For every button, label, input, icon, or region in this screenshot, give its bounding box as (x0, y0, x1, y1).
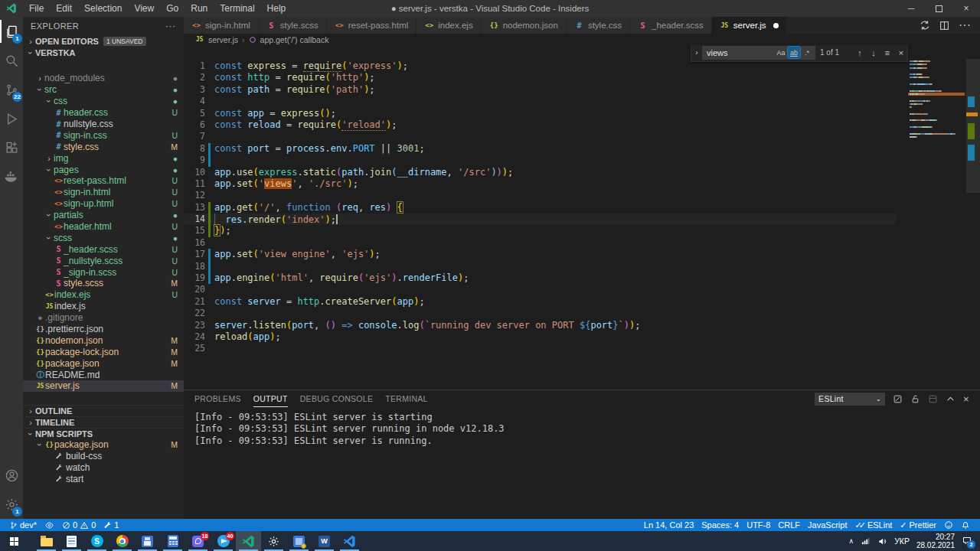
npm-script-build-css[interactable]: build-css (23, 451, 184, 462)
clear-output-icon[interactable] (893, 394, 903, 404)
panel-tab-problems[interactable]: PROBLEMS (194, 390, 241, 407)
outline-section[interactable]: ›OUTLINE (23, 405, 184, 416)
feedback-item[interactable] (940, 520, 957, 530)
more-actions-icon[interactable]: ··· (165, 21, 176, 31)
root-folder-header[interactable]: › VERSTKA (23, 47, 184, 58)
tab-server.js[interactable]: JSserver.js (712, 17, 787, 34)
tree-item-server.js[interactable]: JSserver.jsM (23, 380, 184, 392)
tab-style.scss[interactable]: Sstyle.scss (259, 17, 327, 34)
explorer-icon[interactable]: 1 (0, 17, 23, 46)
tree-item-node_modules[interactable]: ›node_modules● (23, 73, 184, 84)
taskbar-calculator[interactable] (160, 531, 185, 551)
code-line-10[interactable]: 10app.use(express.static(path.join(__dir… (184, 167, 896, 178)
tree-item-src[interactable]: ›src● (23, 84, 184, 96)
breadcrumb-symbol[interactable]: app.get('/') callback (260, 35, 329, 44)
code-line-7[interactable]: 7 (184, 131, 896, 142)
docker-icon[interactable] (0, 162, 23, 191)
unlock-icon[interactable] (910, 394, 920, 404)
code-line-25[interactable]: 25 (184, 343, 896, 354)
run-debug-icon[interactable] (0, 104, 23, 133)
tab-style.css[interactable]: #style.css (567, 17, 630, 34)
tree-item-.gitignore[interactable]: ◆.gitignore (23, 312, 184, 324)
tree-item-package-lock.json[interactable]: {}package-lock.jsonM (23, 346, 184, 357)
npm-package-json[interactable]: ›{}package.jsonM (23, 439, 184, 451)
tree-item-css[interactable]: ›css● (23, 96, 184, 107)
indentation-item[interactable]: Spaces: 4 (697, 520, 743, 530)
split-editor-icon[interactable] (939, 21, 949, 31)
tab-reset-pass.html[interactable]: <>reset-pass.html (327, 17, 417, 34)
tab-_header.scss[interactable]: S_header.scss (630, 17, 712, 34)
account-icon[interactable] (0, 461, 23, 490)
taskbar-notes-app[interactable] (59, 531, 84, 551)
taskbar-word[interactable]: W (312, 531, 337, 551)
notifications-item[interactable] (957, 520, 974, 530)
code-line-19[interactable]: 19app.engine('html', require('ejs').rend… (184, 272, 896, 284)
tree-item-style.scss[interactable]: Sstyle.scssM (23, 278, 184, 289)
code-line-15[interactable]: 15}); (184, 225, 896, 236)
source-control-icon[interactable]: 22 (0, 75, 23, 104)
code-line-5[interactable]: 5const app = express(); (184, 108, 896, 119)
find-next-icon[interactable]: ↓ (867, 48, 880, 57)
maximize-panel-icon[interactable] (946, 394, 956, 404)
taskbar-media-app[interactable] (135, 531, 160, 551)
tree-item-header.html[interactable]: <>header.htmlU (23, 221, 184, 233)
code-line-6[interactable]: 6const reload = require('reload'); (184, 119, 896, 131)
encoding-item[interactable]: UTF-8 (743, 520, 774, 530)
tree-item-index.js[interactable]: JSindex.js (23, 301, 184, 312)
start-button[interactable] (0, 531, 28, 551)
tree-item-_header.scss[interactable]: S_header.scssU (23, 243, 184, 255)
tree-item-header.css[interactable]: #header.cssU (23, 107, 184, 119)
git-branch-item[interactable]: dev* (6, 520, 41, 530)
code-line-22[interactable]: 22 (184, 308, 896, 319)
tree-item-style.css[interactable]: #style.cssM (23, 141, 184, 152)
menu-file[interactable]: File (23, 0, 50, 17)
code-line-3[interactable]: 3const path = require('path'); (184, 84, 896, 96)
code-line-20[interactable]: 20 (184, 284, 896, 295)
timeline-section[interactable]: ›TIMELINE (23, 416, 184, 428)
minimize-icon[interactable]: ─ (897, 0, 925, 17)
menu-edit[interactable]: Edit (50, 0, 78, 17)
panel-tab-output[interactable]: OUTPUT (253, 390, 288, 407)
code-line-1[interactable]: 1const express = require('express'); (184, 60, 896, 72)
taskbar-skype[interactable]: S (84, 531, 109, 551)
toggle-replace-icon[interactable]: › (691, 48, 702, 57)
extensions-icon[interactable] (0, 133, 23, 162)
match-case-icon[interactable]: Aa (775, 47, 787, 58)
network-icon[interactable] (861, 537, 871, 546)
code-line-21[interactable]: 21const server = http.createServer(app); (184, 296, 896, 308)
speaker-icon[interactable] (877, 537, 887, 546)
tree-item-sign-in.html[interactable]: <>sign-in.htmlU (23, 187, 184, 198)
output-channel-select[interactable]: ESLint ⌄ (815, 393, 885, 406)
code-line-11[interactable]: 11app.set('views', './src'); (184, 178, 896, 190)
find-query[interactable]: views (707, 48, 774, 57)
code-line-12[interactable]: 12 (184, 190, 896, 201)
taskbar-viber[interactable]: 18 (185, 531, 211, 551)
tree-item-README.md[interactable]: ⓘREADME.md (23, 369, 184, 380)
taskbar-vscode[interactable] (337, 531, 362, 551)
npm-script-watch[interactable]: watch (23, 462, 184, 474)
find-in-selection-icon[interactable]: ≡ (881, 48, 893, 57)
tab-index.ejs[interactable]: <>index.ejs (416, 17, 481, 34)
breadcrumb-file[interactable]: server.js (208, 35, 238, 44)
action-center[interactable]: 2 (962, 536, 972, 546)
language-mode-item[interactable]: JavaScript (804, 520, 851, 530)
cursor-position-item[interactable]: Ln 14, Col 23 (640, 520, 697, 530)
tree-item-.prettierrc.json[interactable]: {}.prettierrc.json (23, 324, 184, 335)
regex-icon[interactable]: .* (801, 47, 813, 58)
sync-changes-icon[interactable] (920, 20, 930, 31)
menu-view[interactable]: View (128, 0, 160, 17)
settings-gear-icon[interactable]: 1 (0, 490, 23, 519)
tray-expand-icon[interactable]: ∧ (849, 537, 854, 545)
code-line-13[interactable]: 13app.get('/', function (req, res) { (184, 202, 896, 214)
search-icon[interactable] (0, 46, 23, 75)
editor-more-actions-icon[interactable]: ··· (959, 18, 971, 32)
tree-item-img[interactable]: ›img● (23, 152, 184, 164)
tree-item-_sign-in.scss[interactable]: S_sign-in.scssU (23, 266, 184, 278)
minimap[interactable] (910, 45, 966, 390)
menu-selection[interactable]: Selection (78, 0, 128, 17)
tree-item-package.json[interactable]: {}package.jsonM (23, 357, 184, 369)
taskbar-vscode-insiders[interactable] (236, 531, 261, 551)
keyboard-layout[interactable]: УКР (894, 536, 910, 546)
prettier-status-item[interactable]: ✓ Prettier (896, 520, 940, 530)
panel-tab-debug-console[interactable]: DEBUG CONSOLE (300, 390, 374, 407)
